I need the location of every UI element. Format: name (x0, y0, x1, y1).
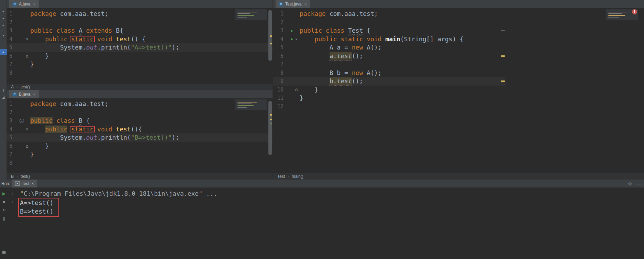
rerun-failed-button[interactable]: ↻ (2, 207, 5, 215)
code-line[interactable]: 1package com.aaa.test; (7, 100, 273, 108)
tabbar-a: C A.java × (7, 0, 273, 9)
scrollbar-thumb[interactable] (268, 101, 272, 155)
subclassed-marker-icon[interactable]: ↓ (20, 119, 24, 123)
run-console[interactable]: "C:\Program Files\Java\jdk1.8.0_181\bin\… (16, 188, 644, 259)
structure-tool-icon[interactable]: ∥ (0, 87, 7, 94)
breadcrumb-item[interactable]: test() (21, 85, 30, 89)
code-line[interactable]: 8 (7, 159, 273, 168)
layout-settings-button[interactable]: ▦ (0, 249, 8, 257)
code-line[interactable]: 7} (7, 60, 273, 69)
gutter-cell (293, 26, 300, 35)
code-line[interactable]: 2 (7, 18, 273, 27)
code-text: public class A extends B{ (30, 26, 123, 35)
stop-button[interactable]: ■ (3, 198, 5, 207)
tree-collapsed-icon[interactable]: ▸ (0, 22, 7, 28)
gutter-cell (12, 100, 24, 108)
tab-b-java[interactable]: C B.java × (9, 90, 39, 98)
settings-gear-icon[interactable]: ⚙ (628, 181, 632, 186)
fold-chevron-icon[interactable]: ∨ (295, 37, 297, 41)
gutter-cell (284, 69, 293, 77)
line-number: 7 (273, 60, 284, 69)
up-stacktrace-button[interactable]: ↑ (11, 190, 13, 198)
active-tool-window-icon[interactable]: ▸ (0, 49, 7, 55)
run-main-icon[interactable]: ▶ (291, 37, 293, 41)
code-line[interactable]: 2 (7, 108, 273, 117)
minimap[interactable] (235, 9, 268, 20)
code-editor-b[interactable]: 1package com.aaa.test;23↓public class B … (7, 99, 273, 173)
gutter-cell (12, 35, 24, 44)
tab-close-icon[interactable]: × (33, 2, 36, 7)
tab-close-icon[interactable]: × (304, 2, 307, 7)
method-scope-icon[interactable]: ⌂ (295, 87, 298, 92)
code-line[interactable]: 3public class A extends B{ (7, 26, 273, 35)
run-tab-close-icon[interactable]: × (31, 181, 34, 186)
minimap[interactable] (235, 99, 268, 110)
minimap[interactable]: 1 (606, 9, 639, 20)
favorites-tool-icon[interactable]: ◢ (0, 94, 7, 100)
line-number: 3 (7, 117, 12, 125)
gutter-cell (293, 77, 300, 86)
line-number: 5 (7, 133, 12, 142)
gutter-cell (12, 133, 24, 142)
run-tab-test[interactable]: ▸ Test × (12, 180, 37, 187)
breadcrumb-item[interactable]: test() (21, 174, 30, 179)
code-text: package com.aaa.test; (30, 10, 109, 18)
code-line[interactable]: 6⌂ } (7, 142, 273, 151)
code-line[interactable]: 4∨ public static void test(){ (7, 125, 273, 134)
gutter-cell (24, 60, 30, 69)
code-line[interactable]: 5 System.out.println("A=>test()"); (7, 43, 273, 52)
code-line[interactable]: 4▶∨ public static void main(String[] arg… (273, 35, 506, 44)
error-stripe-mark (270, 123, 272, 124)
error-count-badge[interactable]: 1 (632, 9, 637, 14)
run-main-icon[interactable]: ▶ (291, 29, 293, 33)
gutter-cell (293, 60, 300, 69)
code-line[interactable]: 5 A a = new A(); (273, 43, 506, 52)
code-line[interactable]: 11} (273, 94, 506, 102)
pause-output-button[interactable]: ∥ (3, 215, 5, 223)
gutter-cell (24, 26, 30, 35)
tree-expanded-icon[interactable]: ▾ (0, 32, 7, 39)
gutter-cell (284, 52, 293, 61)
breadcrumb-item[interactable]: B (11, 174, 14, 179)
breadcrumb-item[interactable]: A (11, 85, 14, 89)
code-line[interactable]: 4∨ public static void test() { (7, 35, 273, 44)
class-file-icon: C (12, 2, 17, 7)
code-line[interactable]: 9 b.test(); (273, 77, 506, 86)
tree-collapsed-icon[interactable]: ▸ (0, 15, 7, 21)
code-line[interactable]: 7} (7, 150, 273, 159)
fold-chevron-icon[interactable]: ∨ (26, 37, 28, 41)
method-scope-icon[interactable]: ⌂ (26, 144, 29, 148)
down-stacktrace-button[interactable]: ↓ (11, 198, 13, 207)
tab-a-java[interactable]: C A.java × (9, 0, 39, 8)
code-line[interactable]: 6⌂ } (7, 52, 273, 61)
tree-collapsed-icon[interactable]: ▸ (0, 8, 7, 14)
code-line[interactable]: 8 B b = new A(); (273, 69, 506, 77)
code-line[interactable]: 2 (273, 18, 506, 27)
code-line[interactable]: 12 (273, 102, 506, 111)
gutter-cell (12, 125, 24, 134)
code-line[interactable]: 8 (7, 69, 273, 77)
code-line[interactable]: 3▶public class Test { (273, 26, 506, 35)
tab-close-icon[interactable]: × (33, 92, 36, 97)
code-line[interactable]: 5 System.out.println("B=>test()"); (7, 133, 273, 142)
code-editor-a[interactable]: 1package com.aaa.test;23public class A e… (7, 9, 273, 83)
code-editor-test[interactable]: 1package com.aaa.test;23▶public class Te… (273, 9, 644, 173)
rerun-button[interactable]: ▶ (2, 190, 5, 198)
code-line[interactable]: 1package com.aaa.test; (7, 10, 273, 18)
code-line[interactable]: 1package com.aaa.test; (273, 10, 506, 18)
breadcrumb-separator-icon: › (288, 174, 289, 179)
breadcrumb-item[interactable]: Test (277, 174, 285, 179)
method-scope-icon[interactable]: ⌂ (26, 54, 29, 58)
tab-test-java[interactable]: C Test.java × (276, 0, 310, 8)
code-line[interactable]: 3↓public class B { (7, 117, 273, 125)
breadcrumb-item[interactable]: main() (292, 174, 303, 179)
run-tab-label: Test (22, 181, 29, 186)
code-line[interactable]: 10⌂ } (273, 86, 506, 94)
code-line[interactable]: 6 a.test(); (273, 52, 506, 61)
code-text: b.test(); (300, 77, 363, 86)
tab-label: A.java (19, 2, 30, 7)
fold-chevron-icon[interactable]: ∨ (26, 128, 28, 131)
tool-window-stripe: ▸▸▸▾▸∥◢ (0, 0, 7, 180)
hide-panel-icon[interactable]: — (637, 181, 641, 186)
code-line[interactable]: 7 (273, 60, 506, 69)
